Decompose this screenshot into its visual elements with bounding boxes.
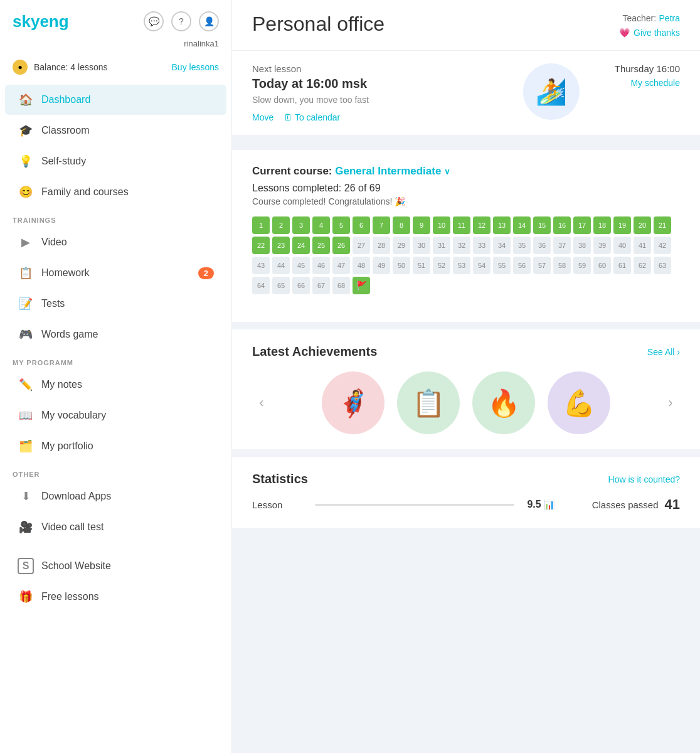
sidebar-item-self-study[interactable]: 💡 Self-study bbox=[5, 146, 226, 176]
lesson-num-1[interactable]: 1 bbox=[252, 216, 270, 234]
lesson-num-64[interactable]: 64 bbox=[252, 277, 270, 294]
sidebar-item-my-notes[interactable]: ✏️ My notes bbox=[5, 370, 226, 400]
sidebar-item-family[interactable]: 😊 Family and courses bbox=[5, 177, 226, 207]
lesson-num-59[interactable]: 59 bbox=[573, 257, 591, 274]
chat-icon[interactable]: 💬 bbox=[144, 11, 164, 31]
lesson-num-57[interactable]: 57 bbox=[533, 257, 551, 274]
lesson-num-31[interactable]: 31 bbox=[433, 237, 450, 254]
how-counted-link[interactable]: How is it counted? bbox=[608, 474, 680, 484]
lesson-num-52[interactable]: 52 bbox=[433, 257, 450, 274]
lesson-num-2[interactable]: 2 bbox=[272, 216, 290, 234]
lesson-num-24[interactable]: 24 bbox=[292, 237, 310, 254]
lesson-num-27[interactable]: 27 bbox=[353, 237, 370, 254]
lesson-num-54[interactable]: 54 bbox=[473, 257, 491, 274]
lesson-num-10[interactable]: 10 bbox=[433, 216, 450, 234]
lesson-num-8[interactable]: 8 bbox=[393, 216, 410, 234]
lesson-num-53[interactable]: 53 bbox=[453, 257, 470, 274]
lesson-num-13[interactable]: 13 bbox=[493, 216, 511, 234]
lesson-num-45[interactable]: 45 bbox=[292, 257, 310, 274]
lesson-num-61[interactable]: 61 bbox=[613, 257, 631, 274]
lesson-num-28[interactable]: 28 bbox=[373, 237, 390, 254]
carousel-prev-button[interactable]: ‹ bbox=[252, 393, 271, 412]
lesson-num-15[interactable]: 15 bbox=[533, 216, 551, 234]
lesson-num-60[interactable]: 60 bbox=[593, 257, 611, 274]
sidebar-item-my-portfolio[interactable]: 🗂️ My portfolio bbox=[5, 431, 226, 461]
lesson-num-58[interactable]: 58 bbox=[553, 257, 571, 274]
course-chevron-icon[interactable]: ∨ bbox=[444, 167, 450, 176]
sidebar-item-my-vocabulary[interactable]: 📖 My vocabulary bbox=[5, 400, 226, 430]
lesson-num-12[interactable]: 12 bbox=[473, 216, 491, 234]
lesson-num-20[interactable]: 20 bbox=[634, 216, 651, 234]
lesson-num-68[interactable]: 68 bbox=[332, 277, 350, 294]
user-avatar-icon[interactable]: 👤 bbox=[199, 11, 219, 31]
lesson-num-23[interactable]: 23 bbox=[272, 237, 290, 254]
sidebar-item-words-game[interactable]: 🎮 Words game bbox=[5, 319, 226, 350]
lesson-num-5[interactable]: 5 bbox=[332, 216, 350, 234]
lesson-num-55[interactable]: 55 bbox=[493, 257, 511, 274]
teacher-name[interactable]: Petra bbox=[659, 13, 680, 23]
lesson-num-41[interactable]: 41 bbox=[634, 237, 651, 254]
my-schedule-link[interactable]: My schedule bbox=[592, 78, 680, 88]
lesson-num-47[interactable]: 47 bbox=[332, 257, 350, 274]
lesson-num-66[interactable]: 66 bbox=[292, 277, 310, 294]
sidebar-item-free-lessons[interactable]: 🎁 Free lessons bbox=[5, 582, 226, 612]
lesson-num-48[interactable]: 48 bbox=[353, 257, 370, 274]
lesson-num-16[interactable]: 16 bbox=[553, 216, 571, 234]
lesson-num-32[interactable]: 32 bbox=[453, 237, 470, 254]
stats-header: Statistics How is it counted? bbox=[252, 472, 680, 486]
lesson-num-65[interactable]: 65 bbox=[272, 277, 290, 294]
lesson-num-63[interactable]: 63 bbox=[654, 257, 671, 274]
lesson-num-43[interactable]: 43 bbox=[252, 257, 270, 274]
sidebar-item-download-apps[interactable]: ⬇ Download Apps bbox=[5, 481, 226, 511]
lesson-num-62[interactable]: 62 bbox=[634, 257, 651, 274]
lesson-num-26[interactable]: 26 bbox=[332, 237, 350, 254]
lesson-num-36[interactable]: 36 bbox=[533, 237, 551, 254]
lesson-num-3[interactable]: 3 bbox=[292, 216, 310, 234]
lesson-num-56[interactable]: 56 bbox=[513, 257, 531, 274]
lesson-num-21[interactable]: 21 bbox=[654, 216, 671, 234]
lesson-num-25[interactable]: 25 bbox=[312, 237, 330, 254]
sidebar-item-classroom[interactable]: 🎓 Classroom bbox=[5, 115, 226, 146]
lesson-num-46[interactable]: 46 bbox=[312, 257, 330, 274]
lesson-num-6[interactable]: 6 bbox=[353, 216, 370, 234]
lesson-num-17[interactable]: 17 bbox=[573, 216, 591, 234]
help-icon[interactable]: ? bbox=[171, 11, 191, 31]
lesson-num-14[interactable]: 14 bbox=[513, 216, 531, 234]
lesson-num-38[interactable]: 38 bbox=[573, 237, 591, 254]
lesson-num-35[interactable]: 35 bbox=[513, 237, 531, 254]
lesson-num-9[interactable]: 9 bbox=[413, 216, 430, 234]
lesson-num-40[interactable]: 40 bbox=[613, 237, 631, 254]
sidebar-item-video-call-test[interactable]: 🎥 Video call test bbox=[5, 512, 226, 542]
lesson-num-44[interactable]: 44 bbox=[272, 257, 290, 274]
lesson-num-51[interactable]: 51 bbox=[413, 257, 430, 274]
lesson-num-29[interactable]: 29 bbox=[393, 237, 410, 254]
sidebar-item-dashboard[interactable]: 🏠 Dashboard bbox=[5, 85, 226, 115]
to-calendar-link[interactable]: 🗓 To calendar bbox=[284, 112, 340, 122]
lesson-num-49[interactable]: 49 bbox=[373, 257, 390, 274]
lesson-num-7[interactable]: 7 bbox=[373, 216, 390, 234]
lesson-num-4[interactable]: 4 bbox=[312, 216, 330, 234]
lesson-num-18[interactable]: 18 bbox=[593, 216, 611, 234]
sidebar-item-video[interactable]: ▶ Video bbox=[5, 227, 226, 257]
see-all-link[interactable]: See All › bbox=[647, 347, 680, 357]
lesson-num-34[interactable]: 34 bbox=[493, 237, 511, 254]
lesson-num-19[interactable]: 19 bbox=[613, 216, 631, 234]
give-thanks-button[interactable]: 💗 Give thanks bbox=[619, 28, 680, 38]
lesson-num-30[interactable]: 30 bbox=[413, 237, 430, 254]
lesson-num-33[interactable]: 33 bbox=[473, 237, 491, 254]
lesson-num-42[interactable]: 42 bbox=[654, 237, 671, 254]
lesson-num-39[interactable]: 39 bbox=[593, 237, 611, 254]
lesson-num-22[interactable]: 22 bbox=[252, 237, 270, 254]
lesson-num-67[interactable]: 67 bbox=[312, 277, 330, 294]
carousel-next-button[interactable]: › bbox=[661, 393, 680, 412]
sidebar-item-homework[interactable]: 📋 Homework 2 bbox=[5, 258, 226, 288]
lesson-num-37[interactable]: 37 bbox=[553, 237, 571, 254]
lesson-num-11[interactable]: 11 bbox=[453, 216, 470, 234]
course-name-link[interactable]: General Intermediate bbox=[335, 165, 441, 177]
move-lesson-link[interactable]: Move bbox=[252, 112, 273, 122]
sidebar-item-school-website[interactable]: S School Website bbox=[5, 551, 226, 581]
buy-lessons-link[interactable]: Buy lessons bbox=[172, 62, 219, 72]
lesson-num-50[interactable]: 50 bbox=[393, 257, 410, 274]
app-logo[interactable]: skyeng bbox=[13, 12, 69, 31]
sidebar-item-tests[interactable]: 📝 Tests bbox=[5, 289, 226, 319]
